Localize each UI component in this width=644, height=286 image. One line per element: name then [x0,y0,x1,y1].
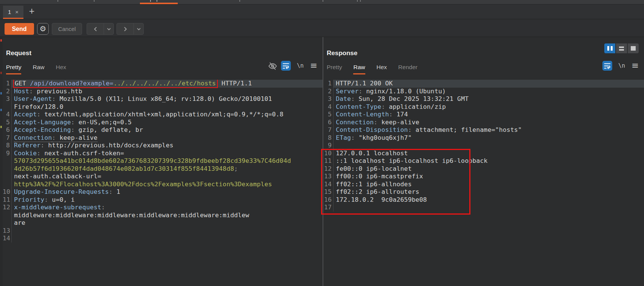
editor-row: 7Content-Disposition: attachment; filena… [323,126,644,134]
editor-row: next-auth.callback-url= [3,173,323,181]
editor-row: 5Accept-Language: en-US,en;q=0.5 [3,119,323,127]
active-main-tab-underline [140,3,178,4]
request-line-highlight-box: GET /api/download?example=../../../../..… [13,80,218,88]
editor-row: middleware:middleware:middleware:middlew… [3,212,323,220]
editor-row: 11::1 localhost ip6-localhost ip6-loopba… [323,157,644,165]
line-number: 5 [323,111,334,119]
tab-raw[interactable]: Raw [33,64,44,74]
editor-row: 4d26b57f6d1936620f4dad048674e082ab1d7c30… [3,165,323,173]
line-number: 4 [323,103,334,111]
single-layout-button[interactable] [628,43,639,53]
editor-row: http%3A%2F%2Flocalhost%3A3000%2Fdocs%2Fe… [3,181,323,189]
editor-row: 4Content-Type: application/zip [323,103,644,111]
line-number: 14 [3,235,12,243]
repeater-tab-bar: 1 × + [0,5,644,19]
columns-layout-button[interactable] [604,43,615,53]
editor-row: 11Priority: u=0, i [3,196,323,204]
request-view-tabs: PrettyRawHex [6,64,66,74]
editor-row: 16172.18.0.2 9c0a2659be08 [323,196,644,204]
new-tab-button[interactable]: + [26,6,37,17]
editor-row: 3Date: Sun, 28 Dec 2025 13:32:21 GMT [323,95,644,103]
history-back-button[interactable] [87,23,104,34]
line-number [3,212,12,220]
cancel-button[interactable]: Cancel [52,23,82,35]
marker-tick [0,126,2,128]
editor-row: 7Connection: keep-alive [3,134,323,142]
line-number: 3 [323,95,334,103]
main-tab-strip[interactable] [0,0,644,5]
editor-row: 2Host: previous.htb [3,88,323,96]
line-number: 12 [3,204,12,212]
chevron-left-icon [93,26,98,32]
history-forward-split-button [116,23,144,35]
editor-row: 10Upgrade-Insecure-Requests: 1 [3,188,323,196]
main-tab-strip-text-fragments [0,0,1,2]
editor-row: 6Accept-Encoding: gzip, deflate, br [3,126,323,134]
editor-menu-icon[interactable]: ≡ [310,60,317,70]
editor-row: 6Connection: keep-alive [323,119,644,127]
line-number: 9 [3,150,12,158]
line-number [3,181,12,189]
marker-tick [0,72,2,74]
history-forward-button[interactable] [117,23,134,34]
response-panel-title: Response [327,49,357,57]
settings-gear-button[interactable]: ⚙ [37,23,49,35]
rows-layout-button[interactable] [616,43,627,53]
hide-response-eye-icon[interactable] [268,62,277,70]
request-panel-title: Request [6,49,31,57]
tab-pretty[interactable]: Pretty [6,64,21,74]
editor-row: Firefox/128.0 [3,103,323,111]
line-number: 4 [3,111,12,119]
line-number: 12 [323,165,334,173]
burp-repeater-window: 1 × + Send ⚙ Cancel [0,0,644,286]
line-number [3,173,12,181]
editor-row: 3User-Agent: Mozilla/5.0 (X11; Linux x86… [3,95,323,103]
line-number: 1 [3,80,12,88]
marker-tick [0,39,2,42]
line-number: 3 [3,95,12,103]
tab-raw[interactable]: Raw [353,64,365,74]
show-newlines-icon[interactable]: \n [618,62,625,69]
close-tab-icon[interactable]: × [15,9,19,15]
word-wrap-toggle-icon[interactable] [602,61,612,71]
history-back-dropdown-button[interactable] [104,23,113,34]
chevron-down-icon [107,28,111,31]
editor-row: 1GET /api/download?example=../../../../.… [3,80,323,88]
repeater-tab-label: 1 [8,9,11,15]
repeater-tab-1[interactable]: 1 × [3,6,23,19]
layout-toggle-group [604,43,639,53]
editor-menu-icon[interactable]: ≡ [632,60,639,70]
editor-row: 9Cookie: next-auth.csrf-token= [3,150,323,158]
editor-row: 5Content-Length: 174 [323,111,644,119]
history-forward-dropdown-button[interactable] [134,23,143,34]
editor-row: 14ff02::1 ip6-allnodes [323,181,644,189]
request-panel: Request PrettyRawHex \n ≡ 1GET /api/down… [3,37,323,286]
tab-hex[interactable]: Hex [377,64,387,74]
editor-row: 8ETag: "khg0ouq6xjh7" [323,134,644,142]
response-editor[interactable]: 1HTTP/1.1 200 OK2Server: nginx/1.18.0 (U… [323,80,644,286]
response-view-tabs: PrettyRawHexRender [327,64,417,74]
line-number: 16 [323,196,334,204]
send-button[interactable]: Send [5,23,34,35]
chevron-right-icon [123,26,127,32]
tab-hex[interactable]: Hex [56,64,67,74]
line-number: 17 [323,204,334,212]
request-editor[interactable]: 1GET /api/download?example=../../../../.… [3,80,323,286]
tab-pretty[interactable]: Pretty [327,64,342,74]
editor-row: 12fe00::0 ip6-localnet [323,165,644,173]
editor-row: 9 [323,142,644,150]
line-number: 7 [3,134,12,142]
scroll-marker-strip [0,37,3,286]
line-number [3,157,12,165]
line-number: 13 [3,227,12,235]
editor-row: 57073d295655a41bc014d8bde602a73676832073… [3,157,323,165]
editor-row: 17 [323,204,644,212]
tab-render[interactable]: Render [398,64,417,74]
marker-tick [0,92,2,94]
history-back-split-button [87,23,114,35]
show-newlines-icon[interactable]: \n [297,62,304,69]
editor-row: 12x-middleware-subrequest: [3,204,323,212]
line-number [3,165,12,173]
response-panel: Response PrettyRawHexRender \n ≡ 1HTTP/1… [323,37,644,286]
word-wrap-toggle-icon[interactable] [281,61,291,71]
